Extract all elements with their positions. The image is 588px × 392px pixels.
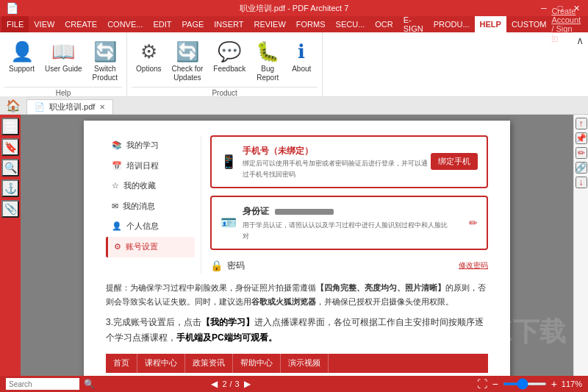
sidebar-bookmark-button[interactable]: 🔖	[1, 138, 19, 156]
pdf-nav-schedule[interactable]: 📅 培训日程	[106, 156, 195, 177]
menu-item-view[interactable]: VIEW	[29, 16, 60, 32]
favorites-icon: ☆	[112, 179, 119, 193]
pdf-nav-policy[interactable]: 政策资讯	[185, 354, 233, 373]
switch-product-button[interactable]: 🔄 SwitchProduct	[88, 37, 122, 85]
check-updates-label: Check forUpdates	[172, 65, 204, 82]
about-label: About	[292, 65, 311, 74]
menu-item-ocr[interactable]: OCR	[370, 16, 398, 32]
sidebar-search-button[interactable]: 🔍	[1, 159, 19, 177]
user-guide-label: User Guide	[45, 65, 82, 74]
status-bar: 🔍 ◀ 2 / 3 ▶ ⛶ − + 117%	[0, 376, 588, 392]
menu-item-products[interactable]: PRODU...	[429, 16, 475, 32]
title-bar-title: 职业培训.pdf - PDF Architect 7	[240, 3, 349, 14]
id-edit-icon[interactable]: ✏	[469, 215, 478, 231]
menu-item-security[interactable]: SECU...	[331, 16, 370, 32]
menu-item-insert[interactable]: INSERT	[209, 16, 248, 32]
right-panel-pin-button[interactable]: 📌	[576, 132, 587, 144]
menu-item-custom[interactable]: CUSTOM	[506, 16, 551, 32]
messages-icon: ✉	[112, 200, 118, 213]
pdf-nav-profile[interactable]: 👤 个人信息	[106, 216, 195, 237]
bind-phone-button[interactable]: 绑定手机	[431, 153, 478, 170]
ribbon-section-help: 👤 Support 📖 User Guide 🔄 SwitchProduct H…	[0, 32, 127, 96]
pdf-nav-demo[interactable]: 演示视频	[281, 354, 329, 373]
right-panel-up-button[interactable]: ↑	[576, 118, 587, 129]
bug-report-label: BugReport	[257, 65, 279, 82]
bug-report-icon: 🐛	[256, 40, 279, 63]
phone-section: 📱 手机号（未绑定） 绑定后可以使用手机号加密或者密码验证后进行登录，并可以通过…	[210, 135, 488, 188]
reminder-text: 提醒：为确保学习过程中刷脸效果，身份证照片拍摄需遵循【四角完整、亮度均匀、照片清…	[106, 281, 488, 308]
menu-item-review[interactable]: REVIEW	[248, 16, 290, 32]
step-text: 3.完成账号设置后，点击【我的学习】进入点播课程界面，各位可根据工作自主安排时间…	[106, 315, 488, 346]
menu-item-page[interactable]: PAGE	[177, 16, 209, 32]
study-icon: 📚	[112, 139, 122, 152]
modify-password-link[interactable]: 修改密码	[459, 260, 488, 271]
schedule-icon: 📅	[112, 160, 122, 173]
menu-bar: FILE VIEW CREATE CONVE... EDIT PAGE INSE…	[0, 16, 588, 32]
bug-report-button[interactable]: 🐛 BugReport	[251, 37, 284, 85]
password-section: 🔒 密码 修改密码	[210, 257, 488, 274]
right-panel-down-button[interactable]: ↓	[576, 177, 587, 188]
about-icon: ℹ	[290, 40, 313, 63]
menu-item-convert[interactable]: CONVE...	[102, 16, 148, 32]
fit-page-button[interactable]: ⛶	[477, 378, 487, 390]
zoom-in-button[interactable]: +	[551, 378, 557, 390]
pdf-nav-messages[interactable]: ✉ 我的消息	[106, 196, 195, 217]
menu-item-forms[interactable]: FORMS	[291, 16, 331, 32]
phone-info: 📱 手机号（未绑定） 绑定后可以使用手机号加密或者密码验证后进行登录，并可以通过…	[220, 144, 431, 179]
total-pages: 3	[235, 379, 240, 388]
phone-subtitle: 绑定后可以使用手机号加密或者密码验证后进行登录，并可以通过手机号找回密码	[243, 158, 431, 179]
user-guide-button[interactable]: 📖 User Guide	[40, 37, 87, 76]
feedback-button[interactable]: 💬 Feedback	[209, 37, 250, 76]
feedback-label: Feedback	[213, 65, 245, 74]
current-page: 2	[222, 379, 226, 388]
pdf-nav-study[interactable]: 📚 我的学习	[106, 135, 195, 156]
id-info: 身份证 用于学员认证，请照认认以及学习过程中进行人脸识别过程中和人脸比对	[243, 204, 463, 241]
pdf-nav-account[interactable]: ⚙ 账号设置	[106, 237, 195, 257]
minimize-button[interactable]: ─	[538, 3, 550, 13]
ribbon-collapse-button[interactable]: ∧	[575, 35, 585, 46]
id-masked-value	[275, 209, 334, 215]
pdf-nav-favorites[interactable]: ☆ 我的收藏	[106, 176, 195, 196]
feedback-icon: 💬	[218, 40, 241, 63]
sidebar-nav-button[interactable]: ☰	[1, 118, 19, 135]
check-updates-icon: 🔄	[176, 40, 199, 63]
search-input[interactable]	[6, 378, 79, 390]
switch-product-label: SwitchProduct	[93, 65, 118, 82]
menu-item-esign[interactable]: E-SIGN	[398, 16, 429, 32]
main-area: ☰ 🔖 🔍 ⚓ 📎 📚 我的学习 📅 培训日程	[0, 115, 588, 376]
sidebar-anchor-button[interactable]: ⚓	[1, 179, 19, 197]
id-subtitle: 用于学员认证，请照认认以及学习过程中进行人脸识别过程中和人脸比对	[243, 220, 448, 241]
menu-item-create[interactable]: CREATE	[60, 16, 102, 32]
menu-item-help[interactable]: HELP	[475, 16, 506, 32]
next-page-button[interactable]: ▶	[244, 379, 251, 389]
user-guide-icon: 📖	[51, 40, 75, 63]
zoom-slider[interactable]	[503, 382, 547, 385]
pdf-area: 📚 我的学习 📅 培训日程 ☆ 我的收藏 ✉ 我的消息	[21, 115, 573, 376]
right-panel-link-button[interactable]: 🔗	[576, 162, 587, 174]
pdf-bottom-nav: 首页 课程中心 政策资讯 帮助中心 演示视频	[106, 354, 488, 373]
sidebar-clip-button[interactable]: 📎	[1, 200, 19, 218]
support-button[interactable]: 👤 Support	[4, 37, 39, 76]
about-button[interactable]: ℹ About	[285, 37, 318, 76]
pdf-nav-help[interactable]: 帮助中心	[233, 354, 281, 373]
right-panel-highlight-button[interactable]: ✏	[576, 147, 587, 159]
phone-icon: 📱	[220, 152, 237, 173]
tab-pdf[interactable]: 📄 职业培训.pdf ✕	[26, 99, 113, 114]
tab-home-button[interactable]: 🏠	[6, 99, 21, 113]
options-label: Options	[136, 65, 161, 74]
menu-item-file[interactable]: FILE	[1, 16, 29, 32]
prev-page-button[interactable]: ◀	[211, 379, 218, 389]
profile-icon: 👤	[112, 220, 122, 233]
options-button[interactable]: ⚙ Options	[132, 37, 165, 76]
zoom-out-button[interactable]: −	[492, 378, 498, 390]
support-label: Support	[9, 65, 35, 74]
status-right: ⛶ − + 117%	[477, 378, 582, 390]
menu-item-edit[interactable]: EDIT	[148, 16, 176, 32]
tab-close-button[interactable]: ✕	[99, 103, 105, 111]
status-center: ◀ 2 / 3 ▶	[211, 379, 250, 389]
pdf-nav-home[interactable]: 首页	[106, 354, 137, 373]
pdf-nav-courses[interactable]: 课程中心	[137, 354, 185, 373]
phone-title: 手机号（未绑定）	[243, 144, 431, 158]
check-updates-button[interactable]: 🔄 Check forUpdates	[168, 37, 208, 85]
search-button[interactable]: 🔍	[84, 379, 95, 389]
